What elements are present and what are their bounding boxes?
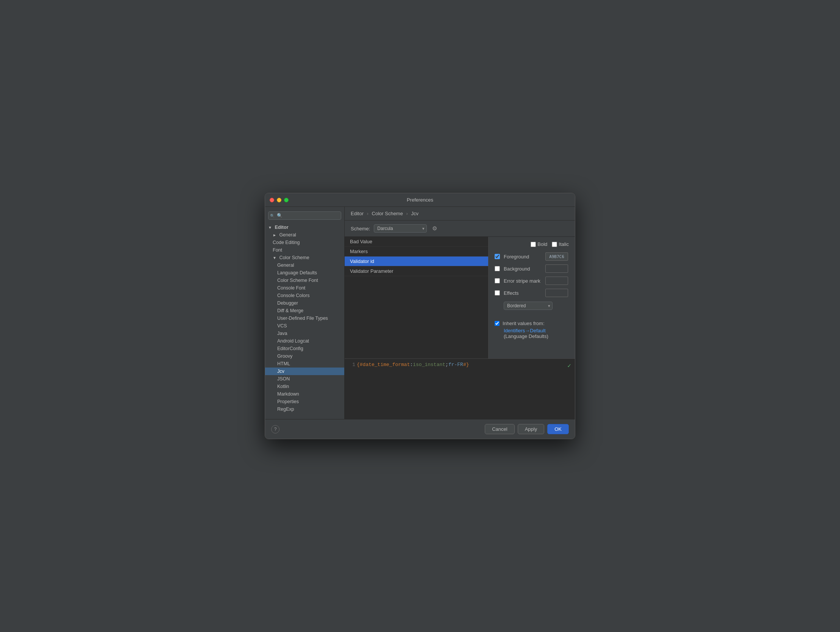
breadcrumb-color-scheme: Color Scheme — [372, 211, 403, 216]
sidebar-item-color-scheme[interactable]: ▼ Color Scheme — [265, 254, 344, 261]
sidebar-item-properties[interactable]: Properties — [265, 398, 344, 405]
sidebar-item-user-file-types[interactable]: User-Defined File Types — [265, 315, 344, 322]
sidebar-item-label: Language Defaults — [277, 270, 317, 276]
code-semi: ; — [445, 362, 448, 367]
sidebar-item-html[interactable]: HTML — [265, 360, 344, 367]
sidebar-item-label: Kotlin — [277, 384, 289, 389]
sidebar-item-json[interactable]: JSON — [265, 375, 344, 383]
sidebar-item-diff-merge[interactable]: Diff & Merge — [265, 307, 344, 315]
scheme-select[interactable]: Darcula Default High contrast — [374, 224, 427, 233]
sidebar-item-label: Font — [273, 247, 282, 253]
traffic-lights — [270, 198, 289, 202]
effects-label: Effects — [504, 290, 542, 296]
sidebar-item-label: Android Logcat — [277, 338, 309, 344]
sidebar-item-editorconfig[interactable]: EditorConfig — [265, 345, 344, 352]
sidebar-item-java[interactable]: Java — [265, 329, 344, 337]
breadcrumb-editor: Editor — [351, 211, 363, 216]
footer: ? Cancel Apply OK — [265, 419, 575, 439]
sidebar-item-label: General — [279, 232, 296, 238]
inherit-sub: (Language Defaults) — [504, 333, 548, 339]
inherit-link[interactable]: Identifiers→Default — [504, 328, 546, 333]
preferences-window: Preferences ▼ Editor ► General Code Edit… — [265, 193, 575, 439]
window-title: Preferences — [407, 197, 433, 203]
code-snippet: {#date_time_format:iso_instant;fr-FR#} — [357, 362, 469, 367]
search-area — [265, 209, 344, 222]
sidebar-item-label: Groovy — [277, 353, 292, 359]
foreground-checkbox[interactable] — [494, 254, 500, 259]
error-stripe-color-box[interactable] — [545, 277, 568, 285]
sidebar-item-android-logcat[interactable]: Android Logcat — [265, 337, 344, 345]
scheme-label: Scheme: — [351, 226, 370, 231]
bold-checkbox[interactable] — [531, 242, 536, 247]
code-hash: #date_time_format — [360, 362, 410, 367]
token-validator-param[interactable]: Validator Parameter — [345, 266, 488, 276]
effects-dropdown[interactable]: Bordered Underscored Bold Underscored Un… — [504, 302, 553, 310]
sidebar-item-color-scheme-font[interactable]: Color Scheme Font — [265, 277, 344, 284]
background-color-box[interactable] — [545, 265, 568, 273]
sidebar-item-editor[interactable]: ▼ Editor — [265, 223, 344, 231]
props-panel: Bold Italic Foreground A9B7C6 — [489, 237, 575, 358]
token-bad-value[interactable]: Bad Value — [345, 237, 488, 247]
sidebar-item-console-font[interactable]: Console Font — [265, 284, 344, 292]
sidebar-item-code-editing[interactable]: Code Editing — [265, 239, 344, 246]
error-stripe-checkbox[interactable] — [494, 278, 500, 284]
arrow-icon: ▼ — [273, 256, 276, 260]
help-label: ? — [274, 427, 277, 432]
sidebar-item-cs-general[interactable]: General — [265, 261, 344, 269]
gear-button[interactable]: ⚙ — [431, 224, 439, 233]
sidebar-item-regexp[interactable]: RegExp — [265, 405, 344, 413]
sidebar-item-groovy[interactable]: Groovy — [265, 352, 344, 360]
cancel-button[interactable]: Cancel — [485, 424, 514, 434]
help-button[interactable]: ? — [271, 425, 279, 434]
sidebar-item-label: EditorConfig — [277, 346, 303, 351]
inherit-checkbox[interactable] — [494, 321, 499, 326]
foreground-value: A9B7C6 — [549, 254, 564, 259]
sidebar-item-general[interactable]: ► General — [265, 231, 344, 239]
foreground-label: Foreground — [504, 254, 542, 260]
code-hash2: # — [463, 362, 466, 367]
close-button[interactable] — [270, 198, 274, 202]
ok-button[interactable]: OK — [547, 424, 569, 434]
sidebar-item-font[interactable]: Font — [265, 246, 344, 254]
sidebar-item-kotlin[interactable]: Kotlin — [265, 383, 344, 390]
italic-label: Italic — [552, 241, 569, 247]
footer-buttons: Cancel Apply OK — [485, 424, 569, 434]
maximize-button[interactable] — [284, 198, 289, 202]
code-val1: iso_instant — [413, 362, 445, 367]
foreground-row: Foreground A9B7C6 — [494, 252, 569, 261]
minimize-button[interactable] — [277, 198, 281, 202]
background-label: Background — [504, 266, 542, 272]
effects-color-box[interactable] — [545, 289, 568, 297]
foreground-color-box[interactable]: A9B7C6 — [545, 252, 568, 261]
arrow-icon: ▼ — [268, 225, 272, 230]
code-brace-close: } — [466, 362, 469, 367]
editor-pane: Bad Value Markers Validator id Validator… — [345, 237, 575, 358]
effects-checkbox[interactable] — [494, 290, 500, 296]
apply-button[interactable]: Apply — [518, 424, 545, 434]
sidebar-item-label: General — [277, 263, 294, 268]
sidebar-item-language-defaults[interactable]: Language Defaults — [265, 269, 344, 277]
sidebar-item-jcv[interactable]: Jcv — [265, 367, 344, 375]
italic-checkbox[interactable] — [552, 242, 557, 247]
breadcrumb-sep2: › — [406, 211, 409, 216]
bold-text: Bold — [537, 241, 547, 247]
effects-dropdown-wrap: Bordered Underscored Bold Underscored Un… — [504, 302, 553, 310]
token-validator-id[interactable]: Validator id — [345, 257, 488, 266]
scheme-bar: Scheme: Darcula Default High contrast ⚙ — [345, 220, 575, 237]
scheme-select-wrap: Darcula Default High contrast — [374, 224, 427, 233]
bold-italic-row: Bold Italic — [494, 241, 569, 247]
sidebar-item-label: Console Colors — [277, 293, 309, 298]
sidebar-item-vcs[interactable]: VCS — [265, 322, 344, 329]
background-checkbox[interactable] — [494, 266, 500, 271]
sidebar-item-console-colors[interactable]: Console Colors — [265, 292, 344, 299]
sidebar-item-label: Color Scheme Font — [277, 278, 318, 283]
search-input[interactable] — [268, 211, 341, 220]
inherit-section: Inherit values from: Identifiers→Default… — [494, 317, 569, 339]
titlebar: Preferences — [265, 193, 575, 207]
sidebar-item-debugger[interactable]: Debugger — [265, 299, 344, 307]
sidebar-item-markdown[interactable]: Markdown — [265, 390, 344, 398]
token-markers[interactable]: Markers — [345, 247, 488, 257]
error-stripe-label: Error stripe mark — [504, 278, 542, 284]
background-row: Background — [494, 265, 569, 273]
arrow-icon: ► — [273, 233, 276, 237]
